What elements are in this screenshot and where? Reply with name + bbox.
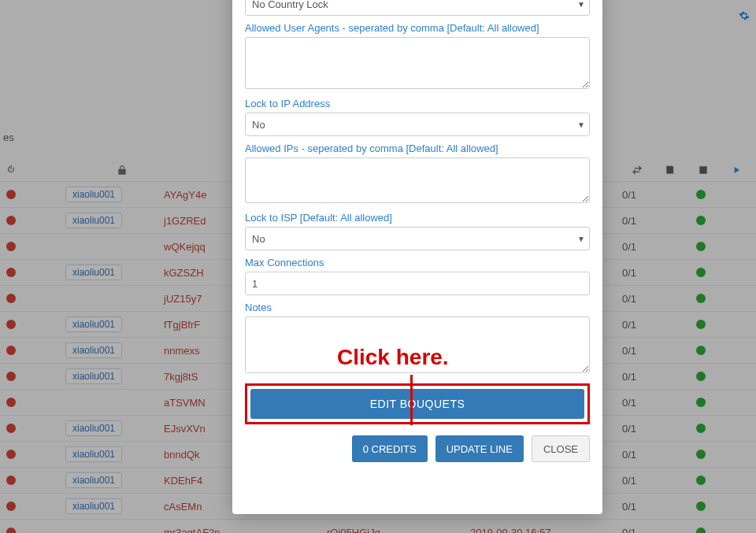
edit-bouquets-button[interactable]: EDIT BOUQUETS: [250, 389, 584, 419]
allowed-ua-textarea[interactable]: [245, 37, 590, 89]
notes-label: Notes: [245, 302, 590, 313]
allowed-ua-label: Allowed User Agents - seperated by comma…: [245, 22, 590, 34]
lock-isp-select[interactable]: No: [245, 227, 590, 250]
max-connections-input[interactable]: [245, 272, 590, 295]
lock-ip-label: Lock to IP Address: [245, 98, 590, 109]
edit-bouquets-highlight: EDIT BOUQUETS: [245, 383, 590, 424]
max-connections-label: Max Connections: [245, 257, 590, 268]
notes-textarea[interactable]: [245, 316, 590, 373]
edit-line-modal: No Country Lock ▼ Allowed User Agents - …: [232, 0, 602, 514]
country-lock-select[interactable]: No Country Lock: [245, 0, 590, 16]
allowed-ips-textarea[interactable]: [245, 157, 590, 203]
update-line-button[interactable]: UPDATE LINE: [435, 435, 524, 462]
lock-isp-label: Lock to ISP [Default: All allowed]: [245, 212, 590, 224]
credits-button[interactable]: 0 CREDITS: [352, 435, 428, 462]
close-button[interactable]: CLOSE: [532, 435, 590, 462]
lock-ip-select[interactable]: No: [245, 113, 590, 136]
allowed-ips-label: Allowed IPs - seperated by comma [Defaul…: [245, 143, 590, 154]
modal-footer: 0 CREDITS UPDATE LINE CLOSE: [245, 435, 590, 462]
